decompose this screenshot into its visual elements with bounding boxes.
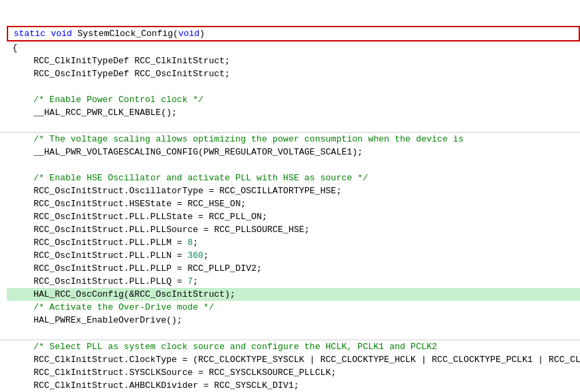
- line-text: /* Select PLL as system clock source and…: [7, 340, 580, 353]
- code-line-26: RCC_ClkInitStruct.ClockType = (RCC_CLOCK…: [0, 353, 580, 366]
- code-line-23: HAL_PWREx_EnableOverDrive();: [0, 314, 580, 327]
- line-text: HAL_PWREx_EnableOverDrive();: [7, 314, 580, 327]
- line-text: RCC_OscInitStruct.PLL.PLLP = RCC_PLLP_DI…: [7, 262, 580, 275]
- code-line-17: RCC_OscInitStruct.PLL.PLLM = 8;: [0, 236, 580, 249]
- line-text: /* Activate the Over-Drive mode */: [7, 301, 580, 314]
- code-line-25: /* Select PLL as system clock source and…: [0, 340, 580, 353]
- line-text: /* Enable Power Control clock */: [7, 93, 580, 106]
- code-line-10: __HAL_PWR_VOLTAGESCALING_CONFIG(PWR_REGU…: [0, 146, 580, 159]
- line-text: RCC_ClkInitTypeDef RCC_ClkInitStruct;: [7, 54, 580, 67]
- code-line-1: static void SystemClock_Config(void): [0, 26, 580, 42]
- code-line-8: [0, 119, 580, 132]
- code-line-22: /* Activate the Over-Drive mode */: [0, 301, 580, 314]
- line-text: RCC_OscInitStruct.PLL.PLLM = 8;: [7, 236, 580, 249]
- code-line-14: RCC_OscInitStruct.HSEState = RCC_HSE_ON;: [0, 197, 580, 210]
- line-text: RCC_OscInitTypeDef RCC_OscInitStruct;: [7, 67, 580, 80]
- code-line-11: [0, 159, 580, 172]
- line-text: static void SystemClock_Config(void): [7, 26, 580, 42]
- code-line-13: RCC_OscInitStruct.OscillatorType = RCC_O…: [0, 184, 580, 197]
- code-line-16: RCC_OscInitStruct.PLL.PLLSource = RCC_PL…: [0, 223, 580, 236]
- line-text: RCC_OscInitStruct.PLL.PLLState = RCC_PLL…: [7, 210, 580, 223]
- code-line-9: /* The voltage scaling allows optimizing…: [0, 133, 580, 146]
- line-text: RCC_OscInitStruct.PLL.PLLQ = 7;: [7, 275, 580, 288]
- code-line-6: /* Enable Power Control clock */: [0, 93, 580, 106]
- code-line-7: __HAL_RCC_PWR_CLK_ENABLE();: [0, 106, 580, 119]
- code-line-4: RCC_OscInitTypeDef RCC_OscInitStruct;: [0, 67, 580, 80]
- code-line-18: RCC_OscInitStruct.PLL.PLLN = 360;: [0, 249, 580, 262]
- code-line-12: /* Enable HSE Oscillator and activate PL…: [0, 172, 580, 184]
- code-line-28: RCC_ClkInitStruct.AHBCLKDivider = RCC_SY…: [0, 379, 580, 392]
- code-line-2: {: [0, 42, 580, 54]
- line-text: RCC_ClkInitStruct.ClockType = (RCC_CLOCK…: [7, 353, 580, 366]
- code-line-15: RCC_OscInitStruct.PLL.PLLState = RCC_PLL…: [0, 210, 580, 223]
- line-text: RCC_OscInitStruct.HSEState = RCC_HSE_ON;: [7, 197, 580, 210]
- line-text: __HAL_RCC_PWR_CLK_ENABLE();: [7, 106, 580, 119]
- code-line-24: [0, 327, 580, 340]
- code-viewer: static void SystemClock_Config(void){ RC…: [0, 0, 580, 392]
- line-text: /* Enable HSE Oscillator and activate PL…: [7, 172, 580, 184]
- code-line-27: RCC_ClkInitStruct.SYSCLKSource = RCC_SYS…: [0, 366, 580, 379]
- line-text: /* The voltage scaling allows optimizing…: [7, 133, 580, 146]
- code-line-5: [0, 80, 580, 93]
- line-text: __HAL_PWR_VOLTAGESCALING_CONFIG(PWR_REGU…: [7, 146, 580, 159]
- line-text: RCC_ClkInitStruct.AHBCLKDivider = RCC_SY…: [7, 379, 580, 392]
- code-line-20: RCC_OscInitStruct.PLL.PLLQ = 7;: [0, 275, 580, 288]
- line-text: RCC_OscInitStruct.OscillatorType = RCC_O…: [7, 184, 580, 197]
- code-area: static void SystemClock_Config(void){ RC…: [0, 0, 580, 392]
- line-text: {: [7, 42, 580, 54]
- line-text: RCC_OscInitStruct.PLL.PLLSource = RCC_PL…: [7, 223, 580, 236]
- code-line-3: RCC_ClkInitTypeDef RCC_ClkInitStruct;: [0, 54, 580, 67]
- code-line-19: RCC_OscInitStruct.PLL.PLLP = RCC_PLLP_DI…: [0, 262, 580, 275]
- code-line-21: HAL_RCC_OscConfig(&RCC_OscInitStruct);: [0, 288, 580, 301]
- line-text: HAL_RCC_OscConfig(&RCC_OscInitStruct);: [7, 288, 580, 301]
- line-text: RCC_ClkInitStruct.SYSCLKSource = RCC_SYS…: [7, 366, 580, 379]
- line-text: RCC_OscInitStruct.PLL.PLLN = 360;: [7, 249, 580, 262]
